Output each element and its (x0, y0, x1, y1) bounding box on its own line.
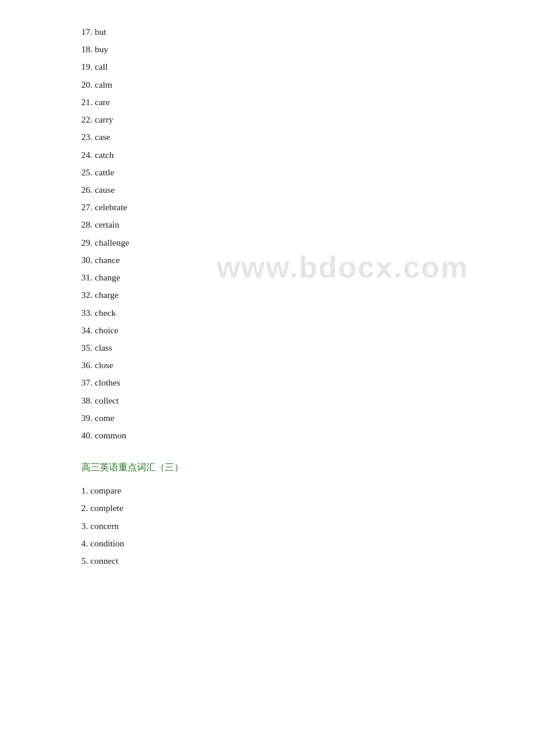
page-content: www.bdocx.com 17. but 18. buy 19. call 2… (0, 0, 534, 610)
list-item: 38. collect (81, 392, 464, 409)
list-item: 1. compare (81, 482, 464, 499)
list-item: 2. complete (81, 499, 464, 517)
list-item: 17. but (81, 23, 464, 41)
list-item: 35. class (81, 339, 464, 357)
list-item: 23. case (81, 128, 464, 146)
list-item: 5. connect (81, 552, 464, 570)
list-item: 27. celebrate (81, 199, 464, 216)
list-item: 40. common (81, 427, 464, 444)
list-item: 29. challenge (81, 234, 464, 251)
list-item: 25. cattle (81, 164, 464, 181)
list-item: 32. charge (81, 286, 464, 304)
list-item: 20. calm (81, 76, 464, 93)
list-item: 4. condition (81, 535, 464, 552)
list-item: 19. call (81, 58, 464, 75)
list-item: 18. buy (81, 41, 464, 58)
list-item: 24. catch (81, 146, 464, 164)
list-item: 28. certain (81, 216, 464, 233)
list-item: 36. close (81, 357, 464, 374)
word-list-section2: 17. but 18. buy 19. call 20. calm 21. ca… (81, 23, 464, 444)
list-item: 3. concern (81, 517, 464, 535)
list-item: 37. clothes (81, 374, 464, 391)
list-item: 34. choice (81, 322, 464, 339)
list-item: 22. carry (81, 111, 464, 128)
list-item: 26. cause (81, 181, 464, 199)
list-item: 39. come (81, 409, 464, 427)
list-item: 33. check (81, 304, 464, 322)
list-item: 30. chance (81, 251, 464, 269)
list-item: 21. care (81, 93, 464, 111)
section3-title: 高三英语重点词汇（三） (81, 462, 464, 474)
list-item: 31. change (81, 269, 464, 286)
word-list-section3: 1. compare 2. complete 3. concern 4. con… (81, 482, 464, 570)
